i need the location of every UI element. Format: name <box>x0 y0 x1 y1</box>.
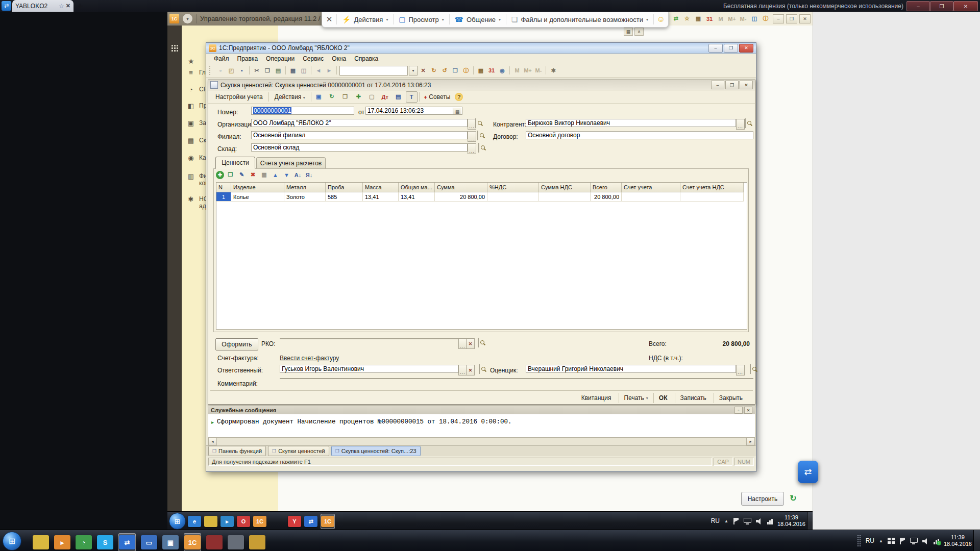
doc-action-button[interactable]: Записать <box>675 393 714 403</box>
move-up-icon[interactable]: ▲ <box>271 170 280 180</box>
comment-field[interactable] <box>280 378 753 379</box>
sort-desc-icon[interactable]: Я↓ <box>304 170 314 180</box>
table-icon[interactable]: ▦ <box>476 65 486 76</box>
rko-clear-button[interactable]: ✕ <box>466 338 475 349</box>
view[interactable]: ▢ Просмотр ▾ <box>394 12 449 27</box>
new-document-icon[interactable]: ▫ <box>215 65 226 76</box>
configure-button[interactable]: Настроить <box>741 492 784 506</box>
search-input[interactable] <box>339 66 408 76</box>
memory-m-plus-icon[interactable]: M+ <box>523 65 533 76</box>
memory-m-plus-icon[interactable]: M+ <box>727 14 737 23</box>
info-icon[interactable]: ⓘ <box>761 14 771 23</box>
preview-icon[interactable]: ◫ <box>299 65 309 76</box>
menu-item[interactable]: Операции <box>262 54 298 63</box>
start-button[interactable]: ⊞ <box>3 532 21 550</box>
attachment-icon[interactable]: ▢ <box>366 91 378 103</box>
reread-icon[interactable]: ↻ <box>326 91 338 103</box>
help-button[interactable]: ? <box>455 93 463 101</box>
warehouse-open-button[interactable] <box>478 143 479 153</box>
calendar-icon[interactable]: 31 <box>704 14 715 23</box>
chart-of-accounts-icon[interactable]: Т <box>406 91 418 103</box>
scroll-right-icon[interactable]: ▸ <box>746 438 755 445</box>
pin-icon[interactable]: ▫ <box>734 407 743 414</box>
table-cell[interactable] <box>487 192 539 202</box>
add-row-icon[interactable]: ✚ <box>216 171 224 179</box>
organization-field[interactable]: ООО Ломбард "ЯБЛОКО 2" <box>251 119 468 127</box>
1c-close-button[interactable]: ✕ <box>739 44 753 53</box>
column-header[interactable]: Счет учета <box>622 183 680 192</box>
remote-minimize-button[interactable]: – <box>773 14 784 23</box>
refresh-icon[interactable]: ↻ <box>429 65 439 76</box>
counterparty-select-button[interactable]: ... <box>736 119 745 130</box>
close-icon[interactable]: ✕ <box>744 407 752 414</box>
taskbar-media-player[interactable]: ▸ <box>54 534 70 551</box>
table-cell[interactable]: 13,41 <box>363 192 399 202</box>
menu-item[interactable]: Окна <box>328 54 350 63</box>
local-clock[interactable]: 11:39 18.04.2016 <box>944 534 972 547</box>
browser-tab[interactable]: YABLOKO2 ☆ ✕ <box>12 0 74 12</box>
post-document-icon[interactable]: ▣ <box>313 91 325 103</box>
1c-maximize-button[interactable]: ❐ <box>724 44 738 53</box>
print-icon[interactable]: ▦ <box>288 65 298 76</box>
responsible-clear-button[interactable]: ✕ <box>466 365 475 375</box>
edit-row-icon[interactable]: ✎ <box>237 170 247 180</box>
actions-button[interactable]: Действия ▾ <box>271 91 309 103</box>
column-header[interactable]: Сумма <box>435 183 487 192</box>
network-icon[interactable] <box>767 518 773 524</box>
taskbar-app-gold[interactable] <box>249 534 265 551</box>
responsible-field[interactable]: Гуськов Игорь Валентинович <box>280 365 458 373</box>
open-document-icon[interactable]: ◰ <box>226 65 236 76</box>
refresh-all-icon[interactable]: ↺ <box>439 65 450 76</box>
table-cell[interactable]: Золото <box>284 192 326 202</box>
menu-item[interactable]: Правка <box>234 54 262 63</box>
copy-document-icon[interactable]: ❐ <box>339 91 351 103</box>
message-entry[interactable]: ▸ Сформирован документ Начисление процен… <box>211 418 512 425</box>
info-icon[interactable]: ⓘ <box>461 65 471 76</box>
show-desktop[interactable] <box>973 530 980 551</box>
taskbar-1c-enterprise[interactable]: 1С <box>184 533 201 551</box>
remote-close-button[interactable]: ✕ <box>799 14 811 23</box>
taskbar-chrome[interactable]: ◔ <box>76 534 92 551</box>
invoice-link[interactable]: Ввести счет-фактуру <box>280 355 339 362</box>
volume-icon[interactable] <box>756 518 763 524</box>
table-cell[interactable] <box>622 192 680 202</box>
taskbar-skype[interactable]: S <box>97 534 113 551</box>
search-dropdown-icon[interactable]: ▾ <box>409 66 418 76</box>
memory-m-minus-icon[interactable]: M- <box>738 14 748 23</box>
taskbar-app-red[interactable] <box>206 534 223 551</box>
column-header[interactable]: Всего <box>591 183 622 192</box>
toolbar-grip[interactable] <box>209 66 213 75</box>
memory-m-icon[interactable]: M <box>716 14 726 23</box>
movements-icon[interactable]: ▤ <box>393 91 404 103</box>
memory-m-icon[interactable]: M <box>512 65 522 76</box>
forward-icon[interactable]: ► <box>324 65 334 76</box>
doc-action-button[interactable]: Квитанция <box>576 393 619 403</box>
volume-icon[interactable] <box>922 538 929 544</box>
column-header[interactable]: Общая ма... <box>399 183 435 192</box>
column-header[interactable]: %НДС <box>487 183 539 192</box>
taskbar-yandex[interactable]: Y <box>288 514 301 529</box>
rko-open-button[interactable] <box>478 338 479 347</box>
warehouse-select-button[interactable]: ... <box>468 143 476 154</box>
taskbar-opera[interactable]: O <box>237 514 250 529</box>
column-header[interactable]: Счет учета НДС <box>680 183 744 192</box>
window-tab[interactable]: ❐ Скупка ценностей: Скуп...:23 <box>331 446 421 456</box>
taskbar-teamviewer[interactable]: ⇄ <box>118 533 136 551</box>
responsible-open-button[interactable] <box>479 364 480 374</box>
column-header[interactable]: Металл <box>284 183 326 192</box>
window-tab[interactable]: ❐ Панель функций <box>208 446 266 456</box>
warehouse-field[interactable]: Основной склад <box>251 143 468 152</box>
document-titlebar[interactable]: Скупка ценностей: Скупка ценностей 00000… <box>208 80 755 90</box>
taskbar-1c[interactable]: 1С <box>253 514 266 529</box>
taskbar-1c-enterprise[interactable]: 1С <box>321 514 335 529</box>
scroll-left-icon[interactable]: ◂ <box>208 438 217 445</box>
taskbar-media-player[interactable]: ▸ <box>220 514 234 529</box>
tab-settlement-accounts[interactable]: Счета учета расчетов <box>256 157 326 169</box>
memory-m-minus-icon[interactable]: M- <box>533 65 544 76</box>
end-edit-icon[interactable]: ▦ <box>259 170 269 180</box>
users-icon[interactable]: ◉ <box>497 65 507 76</box>
column-header[interactable]: Сумма НДС <box>539 183 591 192</box>
doc-close-button[interactable]: ✕ <box>740 81 753 89</box>
display-icon[interactable] <box>744 518 751 524</box>
appraiser-field[interactable]: Вчерашний Григорий Николаевич <box>526 365 736 373</box>
